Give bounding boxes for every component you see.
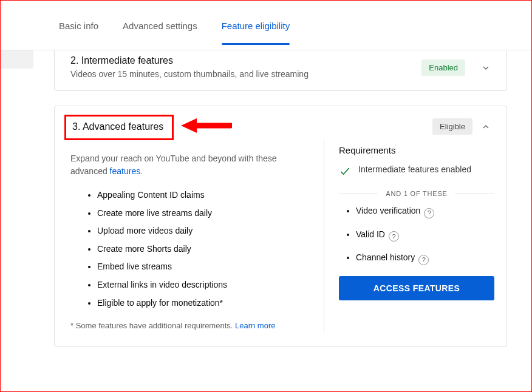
list-item: Valid ID? [356,229,494,242]
chevron-down-icon[interactable] [477,59,494,76]
advanced-desc-pre: Expand your reach on YouTube and beyond … [70,154,277,177]
requirement-met: Intermediate features enabled [339,164,494,181]
divider-text: AND 1 OF THESE [386,190,447,197]
help-icon[interactable]: ? [424,208,434,218]
svg-marker-1 [181,118,197,133]
list-item: Create more Shorts daily [97,243,309,255]
list-item: Video verification? [356,206,494,218]
footnote-pre: * Some features have additional requirem… [70,321,235,330]
requirement-options-list: Video verification? Valid ID? Channel hi… [356,206,494,265]
access-features-button[interactable]: ACCESS FEATURES [339,276,494,300]
list-item: Upload more videos daily [97,225,309,237]
help-icon[interactable]: ? [418,255,429,265]
advanced-desc-post: . [140,166,143,176]
sidebar-stub [1,50,33,69]
tab-advanced-settings[interactable]: Advanced settings [123,21,197,44]
requirements-title: Requirements [339,145,494,155]
advanced-footnote: * Some features have additional requirem… [70,320,301,332]
tab-basic-info[interactable]: Basic info [59,21,98,44]
list-item: Eligible to apply for monetization* [97,297,309,309]
check-icon [339,165,351,181]
advanced-left-column: Expand your reach on YouTube and beyond … [70,140,324,332]
annotation-arrow-icon [180,117,232,137]
list-item: Appealing Content ID claims [97,189,309,201]
card-intermediate-sub: Videos over 15 minutes, custom thumbnail… [70,69,414,81]
highlight-box: 3. Advanced features [64,115,174,140]
requirements-divider: AND 1 OF THESE [339,190,494,197]
option-label: Channel history [356,252,415,262]
status-badge-enabled: Enabled [421,59,465,76]
requirement-met-text: Intermediate features enabled [358,164,471,181]
tab-feature-eligibility[interactable]: Feature eligibility [222,21,290,44]
card-advanced-title: 3. Advanced features [72,121,163,132]
list-item: Create more live streams daily [97,208,309,220]
features-link[interactable]: features [110,166,141,176]
list-item: External links in video descriptions [97,279,309,291]
advanced-feature-list: Appealing Content ID claims Create more … [97,189,309,309]
card-intermediate-title: 2. Intermediate features [70,55,414,66]
learn-more-link[interactable]: Learn more [235,321,275,330]
tabs-bar: Basic info Advanced settings Feature eli… [1,1,531,50]
option-label: Valid ID [356,229,385,239]
chevron-up-icon[interactable] [477,118,494,135]
status-badge-eligible: Eligible [432,118,472,135]
requirements-panel: Requirements Intermediate features enabl… [324,140,494,332]
option-label: Video verification [356,206,420,215]
card-advanced-features: 3. Advanced features Eligible [54,106,507,347]
advanced-description: Expand your reach on YouTube and beyond … [70,152,289,178]
card-intermediate-features: 2. Intermediate features Videos over 15 … [54,50,507,91]
list-item: Channel history? [356,252,494,265]
list-item: Embed live streams [97,261,309,273]
help-icon[interactable]: ? [389,231,399,242]
